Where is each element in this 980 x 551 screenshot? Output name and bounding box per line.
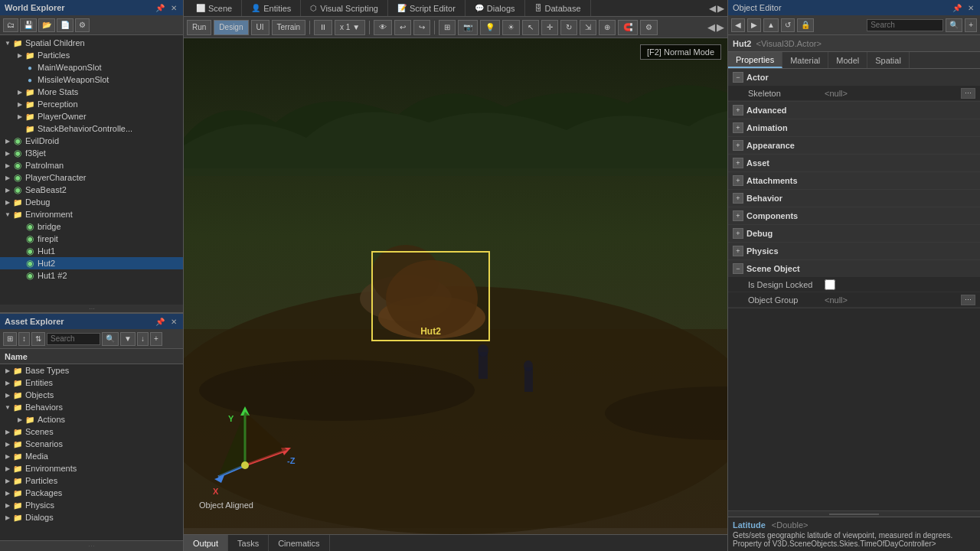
- oe-tab-properties[interactable]: Properties: [728, 52, 782, 68]
- expand-toggle[interactable]: +: [733, 246, 743, 256]
- scene-tab-script-editor[interactable]: 📝 Script Editor: [388, 0, 466, 16]
- is-design-locked-checkbox[interactable]: [825, 279, 835, 290]
- ae-item-entities[interactable]: ▶ 📁 Entities: [0, 377, 183, 389]
- ae-sort-button[interactable]: ↕: [18, 332, 30, 346]
- grid-button[interactable]: ⊞: [439, 20, 456, 35]
- ae-item-dialogs[interactable]: ▶ 📁 Dialogs: [0, 511, 183, 523]
- prop-group-header-components[interactable]: + Components: [728, 207, 980, 224]
- transform-button[interactable]: ⊕: [599, 20, 616, 35]
- viewport-nav-left[interactable]: ◀: [707, 21, 715, 33]
- tree-item-missileweaponslot[interactable]: ● MissileWeaponSlot: [0, 73, 183, 86]
- tree-item-mainweaponslot[interactable]: ● MainWeaponSlot: [0, 61, 183, 73]
- camera-button[interactable]: 📷: [458, 20, 478, 35]
- tree-item-environment[interactable]: ▼ 📁 Environment: [0, 208, 183, 220]
- light-button[interactable]: 💡: [480, 20, 500, 35]
- oe-tab-spatial[interactable]: Spatial: [867, 52, 910, 68]
- tree-item-hut1-2[interactable]: ◉ Hut1 #2: [0, 269, 183, 282]
- tree-item-evildroid[interactable]: ▶ ◉ EvilDroid: [0, 135, 183, 147]
- oe-refresh-button[interactable]: ↺: [781, 18, 795, 32]
- rotate-button[interactable]: ↻: [560, 20, 577, 35]
- oe-up-button[interactable]: ▲: [763, 18, 779, 32]
- ae-item-media[interactable]: ▶ 📁 Media: [0, 450, 183, 462]
- undo-button[interactable]: ↩: [394, 20, 411, 35]
- tree-item-debug[interactable]: ▶ 📁 Debug: [0, 196, 183, 208]
- tree-item-hut1[interactable]: ◉ Hut1: [0, 245, 183, 257]
- expand-toggle[interactable]: +: [733, 140, 743, 151]
- prop-group-header-advanced[interactable]: + Advanced: [728, 102, 980, 119]
- oe-add-btn[interactable]: +: [965, 18, 977, 32]
- ae-item-scenes[interactable]: ▶ 📁 Scenes: [0, 425, 183, 438]
- tasks-tab[interactable]: Tasks: [228, 535, 269, 551]
- ae-sort2-button[interactable]: ⇅: [31, 332, 45, 346]
- tree-item-patrolman[interactable]: ▶ ◉ Patrolman: [0, 159, 183, 171]
- design-button[interactable]: Design: [214, 20, 248, 35]
- oe-forward-button[interactable]: ▶: [747, 18, 761, 32]
- prop-group-header-animation[interactable]: + Animation: [728, 119, 980, 136]
- oe-search-btn[interactable]: 🔍: [946, 18, 962, 32]
- redo-button[interactable]: ↪: [413, 20, 430, 35]
- expand-toggle[interactable]: +: [733, 158, 743, 168]
- output-tab[interactable]: Output: [184, 535, 228, 551]
- scene-nav-right[interactable]: ▶: [717, 3, 724, 14]
- prop-group-header-asset[interactable]: + Asset: [728, 155, 980, 171]
- scene-tab-dialogs[interactable]: 💬 Dialogs: [466, 0, 525, 16]
- scene-tab-visual-scripting[interactable]: ⬡ Visual Scripting: [301, 0, 388, 16]
- sun-button[interactable]: ☀: [502, 20, 520, 35]
- ae-item-particles[interactable]: ▶ 📁 Particles: [0, 474, 183, 487]
- speed-select[interactable]: x 1 ▼: [335, 20, 365, 35]
- scale-button[interactable]: ⇲: [580, 20, 596, 35]
- expand-toggle[interactable]: −: [733, 263, 743, 274]
- we-open-button[interactable]: 📂: [38, 18, 55, 32]
- prop-group-header-attachments[interactable]: + Attachments: [728, 172, 980, 189]
- move-button[interactable]: ✛: [541, 20, 558, 35]
- tree-item-perception[interactable]: ▶ 📁 Perception: [0, 98, 183, 110]
- prop-group-header-behavior[interactable]: + Behavior: [728, 190, 980, 207]
- ae-item-physics[interactable]: ▶ 📁 Physics: [0, 499, 183, 511]
- tree-item-firepit[interactable]: ◉ firepit: [0, 233, 183, 245]
- scene-tab-database[interactable]: 🗄 Database: [525, 0, 591, 16]
- we-folder-button[interactable]: 🗂: [3, 18, 18, 32]
- terrain-button[interactable]: Terrain: [272, 20, 306, 35]
- viewport-nav-right[interactable]: ▶: [717, 21, 724, 33]
- prop-group-header-physics[interactable]: + Physics: [728, 243, 980, 259]
- ae-close-button[interactable]: ✕: [169, 318, 178, 326]
- view-mode-button[interactable]: 👁: [374, 20, 392, 35]
- ae-item-scenarios[interactable]: ▶ 📁 Scenarios: [0, 438, 183, 450]
- oe-close-button[interactable]: ✕: [966, 4, 975, 12]
- we-pin-button[interactable]: 📌: [154, 4, 166, 12]
- tree-item-bridge[interactable]: ◉ bridge: [0, 220, 183, 233]
- ae-add-button[interactable]: ↓: [137, 332, 149, 346]
- tree-item-stackbehavior[interactable]: 📁 StackBehaviorControlle...: [0, 122, 183, 135]
- ae-item-environments[interactable]: ▶ 📁 Environments: [0, 462, 183, 474]
- tree-item-playerowner[interactable]: ▶ 📁 PlayerOwner: [0, 110, 183, 122]
- we-config-button[interactable]: ⚙: [75, 18, 90, 32]
- tree-item-f38jet[interactable]: ▶ ◉ f38jet: [0, 147, 183, 159]
- expand-toggle[interactable]: +: [733, 122, 743, 133]
- tree-item-seabeast2[interactable]: ▶ ◉ SeaBeast2: [0, 184, 183, 196]
- ui-button[interactable]: UI: [251, 20, 270, 35]
- tree-item-particles[interactable]: ▶ 📁 Particles: [0, 49, 183, 61]
- ae-item-behaviors[interactable]: ▼ 📁 Behaviors: [0, 401, 183, 413]
- ae-new-button[interactable]: +: [150, 332, 162, 346]
- we-close-button[interactable]: ✕: [169, 4, 178, 12]
- we-save-button[interactable]: 💾: [20, 18, 37, 32]
- we-new-button[interactable]: 📄: [57, 18, 74, 32]
- pause-button[interactable]: ⏸: [314, 20, 332, 35]
- oe-tab-model[interactable]: Model: [828, 52, 867, 68]
- ae-search-input[interactable]: [47, 333, 100, 345]
- oe-pin-button[interactable]: 📌: [951, 4, 963, 12]
- prop-group-header-scene-object[interactable]: − Scene Object: [728, 260, 980, 277]
- resize-handle[interactable]: [728, 510, 980, 517]
- prop-edit-button[interactable]: ⋯: [961, 88, 975, 99]
- settings-button[interactable]: ⚙: [640, 20, 658, 35]
- cinematics-tab[interactable]: Cinematics: [269, 535, 329, 551]
- prop-group-header-debug[interactable]: + Debug: [728, 225, 980, 242]
- scene-tab-entities[interactable]: 👤 Entities: [242, 0, 301, 16]
- tree-item-playercharacter[interactable]: ▶ ◉ PlayerCharacter: [0, 171, 183, 184]
- expand-toggle[interactable]: +: [733, 228, 743, 239]
- ae-item-actions[interactable]: ▶ 📁 Actions: [0, 413, 183, 425]
- ae-item-base-types[interactable]: ▶ 📁 Base Types: [0, 364, 183, 377]
- viewport[interactable]: Hut2 [F2] Normal Mode: [184, 38, 727, 534]
- select-button[interactable]: ↖: [522, 20, 539, 35]
- scene-tab-scene[interactable]: ⬜ Scene: [187, 0, 242, 16]
